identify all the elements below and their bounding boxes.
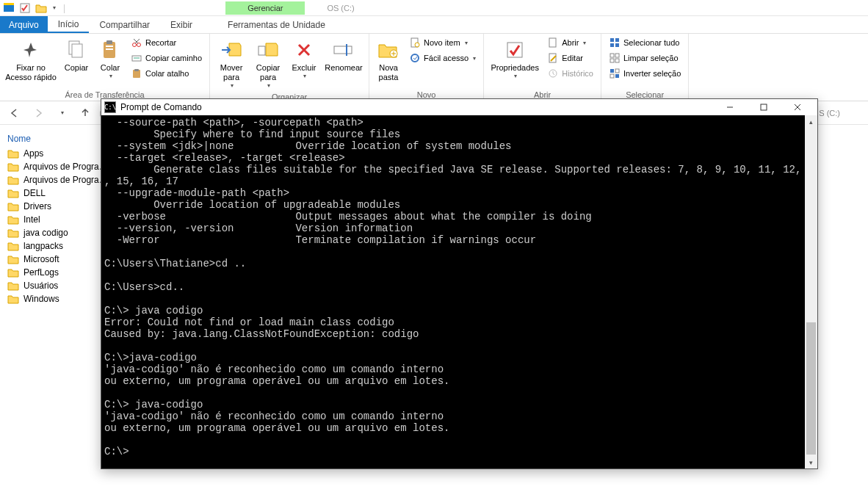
cmd-icon: C:\ xyxy=(104,101,116,113)
svg-rect-23 xyxy=(549,54,556,62)
easy-access-button[interactable]: Fácil acesso ▾ xyxy=(406,51,479,65)
copy-to-button[interactable]: Copiar para▾ xyxy=(251,35,285,93)
folder-name: Drivers xyxy=(23,201,51,211)
folder-name: Windows xyxy=(23,294,59,304)
svg-point-9 xyxy=(133,43,137,47)
copy-icon xyxy=(65,38,88,62)
scroll-up-icon[interactable]: ▴ xyxy=(805,115,817,128)
paste-button[interactable]: Colar ▾ xyxy=(95,35,125,83)
copy-to-icon xyxy=(256,38,280,62)
tab-drive-tools[interactable]: Ferramentas de Unidade xyxy=(217,16,336,33)
svg-rect-15 xyxy=(334,46,352,54)
chevron-down-icon: ▾ xyxy=(267,82,270,90)
pin-button[interactable]: Fixar no Acesso rápido xyxy=(4,35,57,85)
folder-icon xyxy=(7,254,19,264)
tab-view[interactable]: Exibir xyxy=(160,16,203,33)
ribbon-group-select: Selecionar tudo Limpar seleção Inverter … xyxy=(601,34,689,101)
svg-rect-16 xyxy=(346,44,347,56)
folder-name: Usuários xyxy=(23,281,58,291)
terminal-output[interactable]: --source-path <path>, -sourcepath <path>… xyxy=(101,115,805,468)
cut-button[interactable]: Recortar xyxy=(128,35,205,50)
new-folder-button[interactable]: Nova pasta xyxy=(374,35,403,85)
select-none-label: Limpar seleção xyxy=(623,54,679,62)
easy-access-icon xyxy=(409,52,421,64)
open-button[interactable]: Abrir ▾ xyxy=(544,35,596,50)
forward-button[interactable] xyxy=(29,104,47,122)
svg-rect-21 xyxy=(507,43,522,57)
delete-button[interactable]: Excluir▾ xyxy=(288,35,320,83)
qat-dropdown-icon[interactable]: ▾ xyxy=(53,4,56,11)
folder-icon xyxy=(7,294,19,304)
folder-icon xyxy=(7,267,19,278)
select-all-button[interactable]: Selecionar tudo xyxy=(606,35,684,50)
invert-selection-button[interactable]: Inverter seleção xyxy=(606,66,684,81)
up-button[interactable] xyxy=(76,104,94,122)
svg-rect-4 xyxy=(72,44,82,57)
folder-name: Arquivos de Progra… xyxy=(23,162,108,172)
svg-rect-33 xyxy=(610,69,614,73)
svg-point-10 xyxy=(137,43,141,47)
maximize-button[interactable] xyxy=(747,99,781,115)
svg-rect-13 xyxy=(134,69,139,71)
recent-dropdown[interactable]: ▾ xyxy=(53,104,70,122)
breadcrumb-drive: S (C:) xyxy=(819,109,862,117)
chevron-down-icon: ▾ xyxy=(514,73,517,80)
chevron-down-icon: ▾ xyxy=(231,82,234,90)
back-button[interactable] xyxy=(6,104,23,122)
scroll-down-icon[interactable]: ▾ xyxy=(805,456,817,468)
open-label: Abrir xyxy=(562,38,579,47)
chevron-down-icon: ▾ xyxy=(303,73,306,80)
copy-button[interactable]: Copiar xyxy=(60,35,93,76)
tab-file[interactable]: Arquivo xyxy=(0,16,48,33)
window-title: OS (C:) xyxy=(327,4,354,12)
copy-path-button[interactable]: Copiar caminho xyxy=(128,51,205,65)
edit-button[interactable]: Editar xyxy=(544,51,596,65)
svg-rect-36 xyxy=(615,74,619,78)
minimize-button[interactable] xyxy=(713,99,747,115)
svg-rect-1 xyxy=(4,3,14,5)
tab-home[interactable]: Início xyxy=(48,16,90,33)
context-tab-area: Gerenciar OS (C:) xyxy=(225,0,355,15)
chevron-down-icon: ▾ xyxy=(473,55,476,62)
svg-rect-39 xyxy=(761,104,767,110)
ribbon-group-open: Propriedades▾ Abrir ▾ Editar Histórico A… xyxy=(484,34,601,101)
move-to-button[interactable]: Mover para▾ xyxy=(214,35,248,93)
properties-button[interactable]: Propriedades▾ xyxy=(488,35,541,83)
svg-rect-35 xyxy=(610,74,614,78)
rename-icon xyxy=(332,38,355,62)
rename-button[interactable]: Renomear xyxy=(323,35,364,76)
invert-selection-label: Inverter seleção xyxy=(623,69,681,78)
pin-label: Fixar no Acesso rápido xyxy=(4,63,57,82)
scrollbar-track[interactable] xyxy=(805,128,817,456)
edit-label: Editar xyxy=(562,54,583,62)
cut-label: Recortar xyxy=(145,38,176,47)
svg-rect-26 xyxy=(615,38,619,42)
copy-label: Copiar xyxy=(65,63,88,73)
history-button[interactable]: Histórico xyxy=(544,66,596,81)
folder-icon xyxy=(7,188,19,198)
new-folder-qat-icon[interactable] xyxy=(35,2,47,14)
folder-name: java codigo xyxy=(23,228,68,238)
tab-share[interactable]: Compartilhar xyxy=(89,16,160,33)
folder-name: Intel xyxy=(23,214,40,225)
folder-name: Apps xyxy=(23,148,43,159)
scissors-icon xyxy=(131,37,142,48)
select-none-button[interactable]: Limpar seleção xyxy=(606,51,684,65)
new-item-button[interactable]: Novo item ▾ xyxy=(406,35,479,50)
cmd-body: --source-path <path>, -sourcepath <path>… xyxy=(101,115,817,468)
paste-shortcut-button[interactable]: Colar atalho xyxy=(128,66,205,81)
cmd-title-bar[interactable]: C:\ Prompt de Comando xyxy=(101,99,817,115)
pin-icon xyxy=(19,38,43,62)
manage-context-tab[interactable]: Gerenciar xyxy=(225,1,305,15)
history-icon xyxy=(547,68,559,79)
paste-label: Colar xyxy=(101,63,120,73)
cmd-scrollbar[interactable]: ▴ ▾ xyxy=(805,115,817,468)
properties-qat-icon[interactable] xyxy=(19,2,31,14)
svg-rect-8 xyxy=(106,48,113,50)
ribbon-group-organize: Mover para▾ Copiar para▾ Excluir▾ Renome… xyxy=(210,34,369,101)
cmd-window-title: Prompt de Comando xyxy=(120,102,202,112)
close-button[interactable] xyxy=(781,99,814,115)
scrollbar-thumb[interactable] xyxy=(806,322,816,455)
folder-icon xyxy=(7,162,19,172)
move-to-icon xyxy=(220,38,243,62)
